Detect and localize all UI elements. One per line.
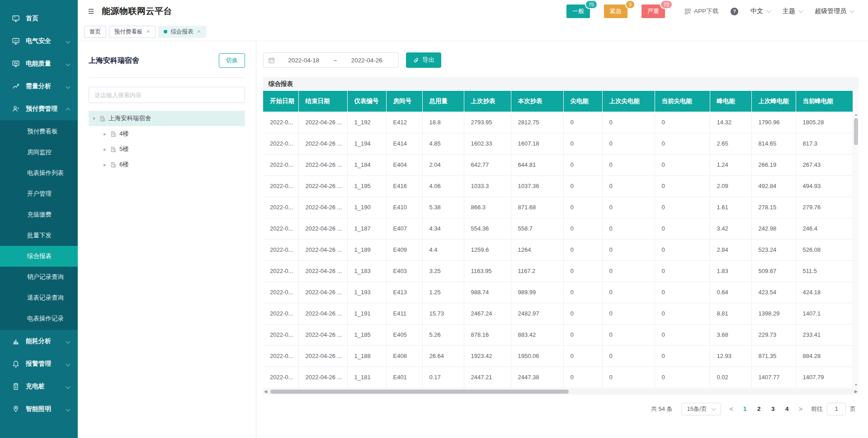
language-select[interactable]: 中文 — [750, 7, 770, 15]
column-header: 当前尖电能 — [655, 91, 710, 112]
vertical-scrollbar[interactable]: ▲ ▼ — [853, 91, 859, 388]
tree-node[interactable]: ▸4楼 — [89, 126, 245, 141]
app-download-link[interactable]: APP下载 — [684, 7, 718, 15]
start-date-input[interactable]: 2022-04-18 — [277, 57, 331, 64]
next-page-button[interactable]: > — [799, 405, 802, 413]
table-cell: 0 — [655, 197, 710, 218]
qr-code-icon — [684, 8, 691, 15]
scroll-down-icon[interactable]: ▼ — [853, 383, 859, 387]
table-cell: 523.24 — [751, 239, 796, 260]
table-cell: 0 — [655, 345, 710, 367]
table-cell: 14.32 — [710, 112, 751, 133]
sidebar-subitem-batch-dispatch[interactable]: 批量下发 — [0, 225, 78, 246]
horizontal-scrollbar[interactable]: ◀ ▶ — [263, 389, 859, 395]
table-cell: 1_190 — [347, 197, 386, 218]
sidebar-subitem-meter-return-records[interactable]: 退表记录查询 — [0, 287, 78, 308]
divider — [89, 77, 245, 78]
table-cell: 2022-0... — [263, 260, 298, 282]
sidebar-item-prepaid-management[interactable]: 预付费管理 — [0, 98, 78, 120]
collapse-arrow-icon[interactable]: ▸ — [103, 146, 107, 152]
table-cell: 2022-04-26 ... — [298, 154, 347, 175]
help-icon[interactable]: ? — [731, 8, 738, 15]
goto-page-input[interactable] — [827, 403, 846, 415]
export-button[interactable]: 导出 — [406, 52, 441, 68]
page-4[interactable]: 4 — [784, 405, 790, 412]
alarm-badge-severe[interactable]: 严重73 — [642, 5, 665, 18]
sidebar-subitem-prepaid-dashboard[interactable]: 预付费看板 — [0, 121, 78, 142]
scroll-up-icon[interactable]: ▲ — [853, 113, 859, 117]
sidebar-subitem-account-management[interactable]: 开户管理 — [0, 184, 78, 204]
table-cell: 1407.77 — [751, 367, 796, 388]
page-3[interactable]: 3 — [770, 405, 776, 412]
table-cell: 0 — [602, 197, 655, 218]
collapse-arrow-icon[interactable]: ▸ — [103, 162, 107, 168]
table-cell: 1607.18 — [511, 133, 563, 154]
table-cell: 0 — [563, 324, 602, 345]
sidebar-subitem-account-cancel-records[interactable]: 销户记录查询 — [0, 267, 78, 287]
chevron-down-icon — [850, 9, 854, 13]
sidebar-item-home[interactable]: 首页 — [0, 7, 78, 30]
close-tab-icon[interactable]: × — [147, 28, 150, 35]
table-row: 2022-0...2022-04-26 ...1_195E4164.061033… — [263, 175, 853, 197]
close-tab-icon[interactable]: × — [198, 28, 201, 35]
sidebar-item-energy-analysis[interactable]: 能耗分析 — [0, 330, 78, 353]
page-size-select[interactable]: 15条/页 — [681, 403, 721, 415]
sidebar-item-smart-lighting[interactable]: 智能照明 — [0, 398, 78, 420]
sidebar-subitem-meter-operation-records[interactable]: 电表操作记录 — [0, 308, 78, 329]
tree-node[interactable]: ▸6楼 — [89, 157, 245, 172]
report-table: 开始日期结束日期仪表编号房间号总用量上次抄表本次抄表尖电能上次尖电能当前尖电能峰… — [263, 91, 853, 388]
collapse-arrow-icon[interactable]: ▸ — [103, 131, 107, 137]
column-header: 上次抄表 — [464, 91, 511, 112]
app-download-label: APP下载 — [694, 7, 718, 15]
sidebar-subitem-comprehensive-report[interactable]: 综合报表 — [0, 246, 78, 267]
export-label: 导出 — [422, 56, 434, 64]
table-cell: 642.77 — [464, 154, 511, 175]
table-cell: E416 — [386, 175, 422, 197]
prev-page-button[interactable]: < — [730, 405, 733, 413]
date-range-picker[interactable]: 2022-04-18 ~ 2022-04-26 — [263, 52, 399, 68]
table-cell: 18.8 — [422, 112, 464, 133]
table-cell: 2022-0... — [263, 239, 298, 260]
table-cell: 2022-0... — [263, 282, 298, 303]
table-cell: 229.73 — [751, 324, 796, 345]
alarm-badge-general[interactable]: 一般75 — [566, 5, 590, 18]
table-cell: 5.26 — [422, 324, 464, 345]
tab-comprehensive-report[interactable]: 综合报表× — [158, 26, 206, 38]
tree-search-input[interactable] — [89, 87, 245, 103]
scroll-left-icon[interactable]: ◀ — [264, 389, 267, 395]
vertical-scrollbar-thumb[interactable] — [854, 118, 858, 145]
table-cell: 278.15 — [751, 197, 796, 218]
chevron-down-icon — [66, 61, 71, 66]
sidebar-item-charging-pile[interactable]: 充电桩 — [0, 375, 78, 398]
horizontal-scrollbar-thumb[interactable] — [270, 390, 569, 394]
menu-collapse-icon[interactable] — [87, 7, 95, 15]
trend-icon — [12, 82, 20, 90]
sidebar-subitem-meter-operation-list[interactable]: 电表操作列表 — [0, 163, 78, 184]
table-cell: 814.65 — [751, 133, 796, 154]
tree-node[interactable]: ▸5楼 — [89, 141, 245, 157]
page-2[interactable]: 2 — [756, 405, 762, 412]
table-cell: 0 — [602, 239, 655, 260]
goto-label: 前往 — [811, 405, 823, 413]
sidebar-subitem-room-monitor[interactable]: 房间监控 — [0, 142, 78, 163]
sidebar-item-label: 需量分析 — [26, 82, 61, 90]
sidebar-item-demand-analysis[interactable]: 需量分析 — [0, 75, 78, 98]
sidebar-item-alarm-management[interactable]: 报警管理 — [0, 353, 78, 375]
table-cell: 0 — [563, 154, 602, 175]
sidebar-item-electric-safety[interactable]: 电气安全 — [0, 30, 78, 52]
tree-node[interactable]: ▾上海安科瑞宿舍 — [89, 111, 245, 126]
expand-arrow-icon[interactable]: ▾ — [92, 116, 96, 122]
sidebar-subitem-recharge-payment[interactable]: 充值缴费 — [0, 204, 78, 225]
submenu-prepaid-management: 预付费看板房间监控电表操作列表开户管理充值缴费批量下发综合报表销户记录查询退表记… — [0, 120, 78, 330]
switch-building-button[interactable]: 切换 — [219, 53, 245, 68]
user-menu[interactable]: 超级管理员 — [815, 7, 854, 15]
sidebar-item-power-quality[interactable]: 电能质量 — [0, 52, 78, 75]
tab-prepaid-dashboard[interactable]: 预付费看板× — [109, 26, 156, 38]
theme-select[interactable]: 主题 — [783, 7, 802, 15]
scroll-right-icon[interactable]: ▶ — [854, 389, 858, 395]
alarm-badge-urgent[interactable]: 紧急3 — [604, 5, 627, 18]
table-cell: 2.65 — [710, 133, 751, 154]
page-1[interactable]: 1 — [742, 405, 748, 412]
end-date-input[interactable]: 2022-04-26 — [340, 57, 394, 64]
tab-home[interactable]: 首页 — [84, 26, 106, 38]
